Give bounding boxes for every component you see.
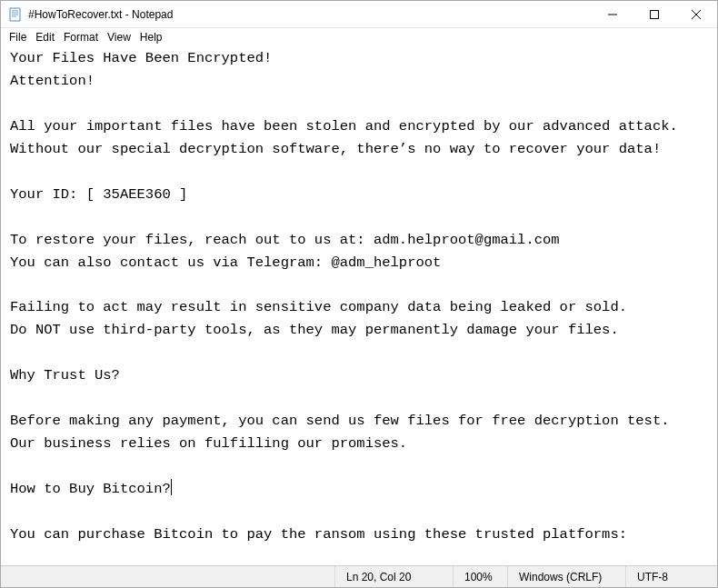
- menu-view[interactable]: View: [103, 30, 135, 45]
- notepad-icon: [8, 7, 23, 22]
- menu-file[interactable]: File: [5, 30, 31, 45]
- maximize-button[interactable]: [633, 1, 675, 27]
- close-button[interactable]: [675, 1, 717, 27]
- text-caret: [171, 479, 172, 495]
- status-spacer: [1, 566, 335, 587]
- status-encoding: UTF-8: [626, 566, 717, 587]
- window-controls: [592, 1, 717, 27]
- menu-edit[interactable]: Edit: [31, 30, 59, 45]
- status-line-ending: Windows (CRLF): [508, 566, 626, 587]
- svg-rect-6: [651, 10, 659, 18]
- text-editor[interactable]: Your Files Have Been Encrypted! Attentio…: [1, 46, 717, 565]
- minimize-button[interactable]: [592, 1, 633, 27]
- status-position: Ln 20, Col 20: [335, 566, 454, 587]
- window-title: #HowToRecover.txt - Notepad: [28, 8, 173, 21]
- statusbar: Ln 20, Col 20 100% Windows (CRLF) UTF-8: [1, 565, 717, 587]
- titlebar: #HowToRecover.txt - Notepad: [1, 1, 717, 28]
- status-zoom: 100%: [454, 566, 508, 587]
- menu-format[interactable]: Format: [59, 30, 103, 45]
- menubar: File Edit Format View Help: [1, 28, 717, 46]
- menu-help[interactable]: Help: [135, 30, 167, 45]
